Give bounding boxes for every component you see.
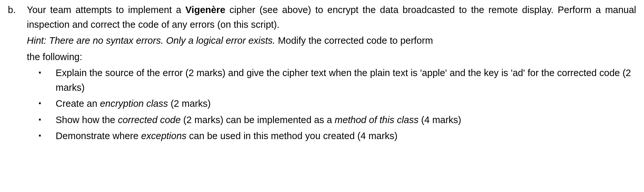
bullet-text-pre: Demonstrate where: [56, 131, 141, 141]
list-item: Explain the source of the error (2 marks…: [39, 66, 636, 95]
bullet-text-italic-1: corrected code: [118, 115, 181, 125]
bullet-text-italic: encryption class: [100, 98, 168, 109]
bullet-text: Explain the source of the error (2 marks…: [56, 68, 631, 93]
question-lead: Your team attempts to implement a Vigenè…: [27, 3, 636, 32]
lead-bold: Vigenère: [186, 5, 225, 15]
question-marker: b.: [8, 3, 20, 145]
hint-italic: Hint: There are no syntax errors. Only a…: [27, 35, 275, 46]
bullet-text-italic-2: method of this class: [335, 115, 419, 125]
bullet-text-pre: Show how the: [56, 115, 118, 125]
bullet-text-post: (2 marks): [168, 98, 211, 109]
bullet-text-mid: (2 marks) can be implemented as a: [181, 115, 335, 125]
bullet-text-post: can be used in this method you created (…: [187, 131, 398, 141]
question-content: Your team attempts to implement a Vigenè…: [27, 3, 636, 145]
lead-text-1: Your team attempts to implement a: [27, 5, 186, 15]
bullet-text-post: (4 marks): [419, 115, 461, 125]
list-item: Demonstrate where exceptions can be used…: [39, 129, 636, 143]
question-hint-line: Hint: There are no syntax errors. Only a…: [27, 33, 636, 48]
list-item: Show how the corrected code (2 marks) ca…: [39, 113, 636, 127]
hint-tail: Modify the corrected code to perform: [275, 35, 433, 46]
bullet-list: Explain the source of the error (2 marks…: [27, 66, 636, 143]
bullet-text-italic: exceptions: [141, 131, 187, 141]
list-item: Create an encryption class (2 marks): [39, 96, 636, 111]
question-block: b. Your team attempts to implement a Vig…: [8, 3, 636, 145]
question-following: the following:: [27, 50, 636, 64]
bullet-text-pre: Create an: [56, 98, 100, 109]
